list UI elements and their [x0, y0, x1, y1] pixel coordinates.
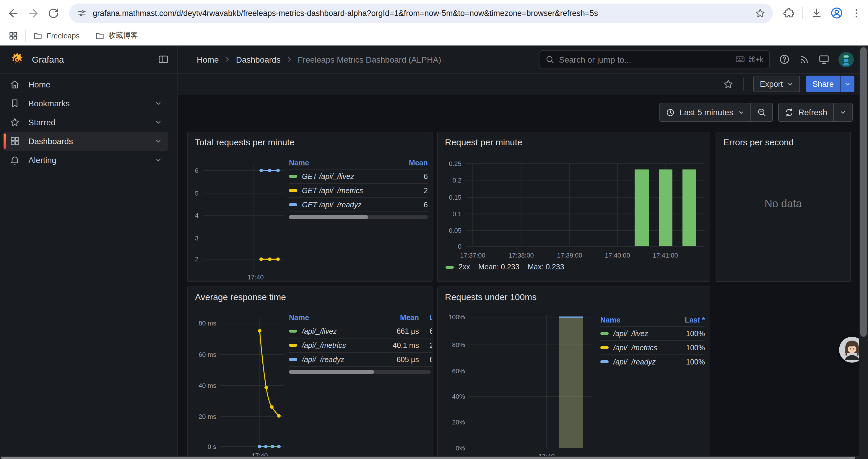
chevron-down-icon[interactable]	[155, 119, 162, 126]
legend-header-last[interactable]: Las	[419, 314, 433, 322]
panel-title[interactable]: Errors per second	[723, 137, 794, 147]
downloads-icon[interactable]	[811, 7, 823, 19]
refresh-interval-button[interactable]	[833, 103, 852, 121]
panel-avg-response-time[interactable]: Average response time 80 ms 60 ms 40 ms …	[187, 287, 433, 459]
reload-icon[interactable]	[47, 7, 59, 19]
legend-row[interactable]: /api/_/readyz 100%	[600, 355, 705, 369]
series-color-readyz	[600, 360, 609, 363]
chevron-down-icon[interactable]	[155, 138, 162, 145]
series-max: Max: 0.233	[528, 263, 564, 271]
help-icon[interactable]	[779, 54, 790, 65]
legend-header-mean[interactable]: Mean	[383, 159, 428, 167]
panel-requests-under-100ms[interactable]: Requests under 100ms 100% 80% 60% 40% 20…	[437, 287, 710, 459]
chevron-down-icon[interactable]	[155, 157, 162, 164]
bookmark-folder-blogs[interactable]: 收藏博客	[95, 31, 138, 41]
user-avatar[interactable]	[838, 52, 854, 67]
sidebar-item-dashboards[interactable]: Dashboards	[4, 132, 168, 151]
back-icon[interactable]	[7, 7, 20, 19]
browser-toolbar: grafana.mathmast.com/d/deytv4rwavabkb/fr…	[0, 0, 868, 26]
share-button[interactable]: Share	[806, 76, 840, 92]
sidebar-item-home[interactable]: Home	[4, 75, 168, 94]
breadcrumb-dashboards[interactable]: Dashboards	[236, 55, 281, 64]
time-range-picker[interactable]: Last 5 minutes	[660, 103, 750, 121]
legend-inline[interactable]: 2xx Mean: 0.233 Max: 0.233	[445, 263, 564, 271]
url-text[interactable]: grafana.mathmast.com/d/deytv4rwavabkb/fr…	[93, 8, 749, 18]
chevron-down-icon[interactable]	[155, 100, 162, 107]
legend-row[interactable]: /api/_/livez 661 µs 646	[289, 324, 433, 338]
favorite-star-button[interactable]	[723, 78, 734, 90]
zoom-out-button[interactable]	[750, 103, 772, 121]
legend-header-last[interactable]: Last *	[667, 316, 705, 324]
legend-row[interactable]: /api/_/livez 100%	[600, 327, 705, 341]
legend-header-mean[interactable]: Mean	[376, 314, 419, 322]
grafana-app: Grafana Home Dashboards Freeleaps Metric…	[0, 45, 868, 459]
bar-2xx[interactable]	[659, 169, 673, 246]
svg-text:0 s: 0 s	[208, 443, 216, 451]
legend-row[interactable]: GET /api/_/livez 6	[289, 169, 428, 184]
clock-icon	[666, 108, 675, 117]
keyboard-icon	[735, 54, 745, 64]
bookmark-folder-freeleaps[interactable]: Freeleaps	[33, 31, 80, 40]
browser-chrome: grafana.mathmast.com/d/deytv4rwavabkb/fr…	[0, 0, 868, 45]
svg-text:4: 4	[195, 212, 198, 219]
svg-text:0.25: 0.25	[449, 160, 462, 167]
panel-errors-per-second[interactable]: Errors per second No data	[716, 132, 851, 282]
profile-icon[interactable]	[830, 6, 843, 20]
chevron-right-icon	[286, 56, 292, 63]
breadcrumb-home[interactable]: Home	[197, 55, 219, 64]
forward-icon[interactable]	[27, 7, 39, 19]
brand-name[interactable]: Grafana	[32, 54, 151, 64]
scrollbar-thumb[interactable]	[860, 47, 867, 337]
search-input[interactable]: Search or jump to... ⌘+k	[539, 50, 770, 69]
time-controls: Last 5 minutes Refresh	[659, 103, 852, 122]
search-icon	[546, 55, 554, 64]
legend-scrollbar[interactable]	[289, 370, 431, 374]
sidebar-item-alerting[interactable]: Alerting	[4, 151, 168, 169]
legend-row[interactable]: /api/_/readyz 605 µs 620	[289, 353, 433, 367]
refresh-group: Refresh	[778, 103, 852, 122]
grafana-logo[interactable]	[9, 52, 25, 67]
area-100pct[interactable]	[559, 317, 583, 448]
legend-header-name[interactable]: Name	[289, 159, 383, 167]
rss-icon[interactable]	[799, 54, 809, 65]
monitor-icon[interactable]	[818, 54, 830, 65]
export-button[interactable]: Export	[753, 76, 800, 92]
refresh-button[interactable]: Refresh	[779, 103, 833, 121]
star-icon	[723, 78, 734, 90]
legend-header-name[interactable]: Name	[600, 316, 667, 324]
svg-text:20%: 20%	[452, 419, 465, 426]
bookmark-star-icon[interactable]	[754, 7, 766, 19]
url-bar[interactable]: grafana.mathmast.com/d/deytv4rwavabkb/fr…	[69, 3, 773, 23]
share-menu-button[interactable]	[840, 76, 855, 92]
sidebar-toggle-icon[interactable]	[158, 54, 169, 65]
legend-row[interactable]: /api/_/metrics 100%	[600, 341, 705, 355]
actions-divider	[743, 78, 744, 90]
bar-2xx[interactable]	[634, 169, 649, 246]
menu-dots-icon[interactable]	[851, 7, 862, 19]
series-color-2xx	[445, 266, 454, 268]
svg-text:0.15: 0.15	[449, 194, 462, 201]
sidebar-item-starred[interactable]: Starred	[4, 113, 168, 132]
legend-row[interactable]: /api/_/metrics 40.1 ms 20.5 m	[289, 338, 433, 353]
panel-total-requests[interactable]: Total requests per minute 6 5 4 3 2 17:4…	[187, 132, 433, 282]
legend-row[interactable]: GET /api/_/readyz 6	[289, 198, 428, 212]
active-indicator	[4, 133, 6, 149]
chevron-down-icon	[844, 80, 851, 87]
bar-2xx[interactable]	[682, 169, 696, 246]
no-data-message: No data	[716, 150, 850, 258]
legend-scrollbar[interactable]	[289, 215, 428, 219]
panel-request-per-minute[interactable]: Request per minute 0.25 0.2 0.15 0.1 0.0…	[437, 132, 710, 282]
chevron-right-icon	[224, 56, 231, 63]
bar-chart: 0.25 0.2 0.15 0.1 0.05 0 17:37:00 17:38:…	[438, 132, 710, 282]
horizontal-scrollbar[interactable]	[0, 456, 859, 459]
scrollbar-thumb[interactable]	[1, 456, 855, 459]
legend-header-name[interactable]: Name	[289, 314, 376, 322]
legend-row[interactable]: GET /api/_/metrics 2	[289, 184, 428, 198]
apps-grid-icon[interactable]	[8, 31, 18, 41]
svg-text:5: 5	[195, 190, 198, 197]
bookmarks-bar: Freeleaps 收藏博客	[0, 26, 868, 45]
sidebar-item-bookmarks[interactable]: Bookmarks	[4, 94, 168, 113]
vertical-scrollbar[interactable]	[859, 45, 868, 459]
extensions-icon[interactable]	[783, 7, 795, 19]
site-info-icon[interactable]	[77, 8, 87, 18]
